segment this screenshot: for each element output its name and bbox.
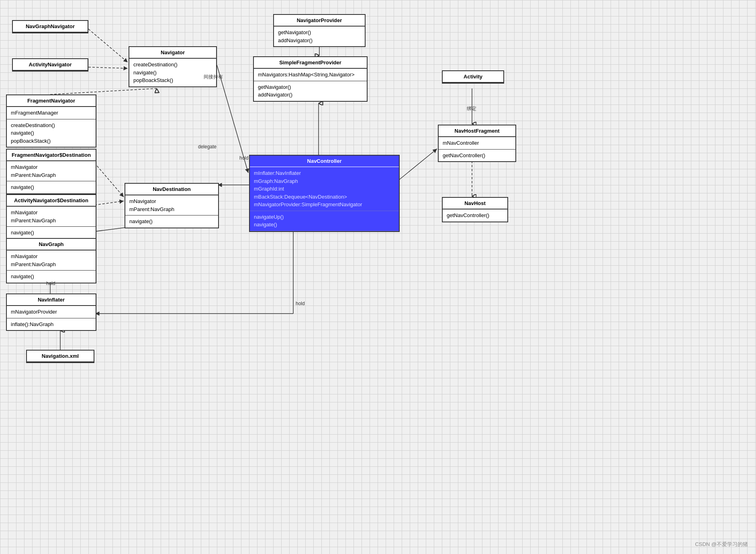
fragmentnavigator-fields: mFragmentManager [7, 107, 96, 119]
fragmentnavigator-destination-title: FragmentNavigator$Destination [7, 150, 96, 161]
navInflater-fields: mNavigatorProvider [7, 306, 96, 318]
activity-box: Activity [442, 70, 504, 84]
svg-line-3 [50, 88, 157, 94]
activitynavigator-destination-box: ActivityNavigator$Destination mNavigator… [6, 194, 96, 240]
navhostfragment-title: NavHostFragment [439, 125, 515, 137]
navhost-box: NavHost getNavController() [442, 197, 508, 222]
navigationxml-box: Navigation.xml [26, 350, 94, 363]
navInflater-title: NavInflater [7, 294, 96, 306]
navInflater-methods: inflate():NavGraph [7, 318, 96, 330]
activity-title: Activity [443, 71, 503, 83]
navcontroller-box: NavController mInflater:NavInflater mGra… [249, 155, 400, 232]
activitynavigator-box: ActivityNavigator [12, 58, 88, 72]
navgraphnavigator-box: NavGraphNavigator [12, 20, 88, 33]
activitynavigator-destination-title: ActivityNavigator$Destination [7, 195, 96, 207]
simplefragmentprovider-fields: mNavigators:HashMap<String,Navigator> [254, 69, 367, 81]
navhost-title: NavHost [443, 198, 507, 209]
navigatorprovider-title: NavigatorProvider [274, 15, 365, 27]
navigator-methods: createDestination()navigate()popBoackSta… [129, 59, 216, 86]
navgraphnavigator-title: NavGraphNavigator [13, 21, 88, 33]
navhost-methods: getNavController() [443, 209, 507, 222]
navgraph-fields: mNavigatormParent:NavGraph [7, 250, 96, 271]
navInflater-box: NavInflater mNavigatorProvider inflate()… [6, 293, 96, 331]
simplefragmentprovider-methods: getNavigator()addNavigator() [254, 81, 367, 101]
navgraph-title: NavGraph [7, 239, 96, 250]
navigatorprovider-methods: getNavigator()addNavigator() [274, 27, 365, 46]
navigator-box: Navigator createDestination()navigate()p… [129, 46, 217, 87]
fragmentnavigator-destination-fields: mNavigatormParent:NavGraph [7, 161, 96, 181]
activitynavigator-title: ActivityNavigator [13, 59, 88, 71]
fragmentnavigator-methods: createDestination()navigate()popBoackSta… [7, 119, 96, 147]
svg-line-16 [398, 149, 437, 181]
activitynavigator-destination-methods: navigate() [7, 227, 96, 239]
navdestination-title: NavDestination [125, 184, 218, 195]
hold-label-1: hold [239, 155, 249, 161]
navgraph-box: NavGraph mNavigatormParent:NavGraph navi… [6, 238, 96, 283]
navigatorprovider-box: NavigatorProvider getNavigator()addNavig… [273, 14, 366, 47]
navigationxml-title: Navigation.xml [27, 351, 94, 362]
navcontroller-methods: navigateUp()navigate() [250, 211, 399, 231]
svg-line-4 [94, 163, 124, 197]
jianjie-label: 间接持有 [204, 74, 223, 80]
navdestination-methods: navigate() [125, 215, 218, 228]
hold-label-2: hold [296, 301, 305, 306]
fragmentnavigator-title: FragmentNavigator [7, 95, 96, 107]
navhostfragment-box: NavHostFragment mNavController getNavCon… [438, 125, 516, 162]
navhostfragment-methods: getNavController() [439, 150, 515, 162]
watermark: CSDN @不爱学习的猪 [695, 541, 748, 548]
delegate-label: delegate [198, 144, 217, 150]
navhostfragment-fields: mNavController [439, 137, 515, 150]
navdestination-box: NavDestination mNavigatormParent:NavGrap… [125, 183, 219, 228]
fragmentnavigator-destination-methods: navigate() [7, 181, 96, 193]
fragmentnavigator-destination-box: FragmentNavigator$Destination mNavigator… [6, 149, 96, 194]
hold-label-3: hold [46, 281, 55, 286]
navcontroller-title: NavController [250, 156, 399, 167]
navdestination-fields: mNavigatormParent:NavGraph [125, 195, 218, 215]
fragmentnavigator-box: FragmentNavigator mFragmentManager creat… [6, 94, 96, 148]
bangding-label: 绑定 [467, 105, 476, 112]
navcontroller-fields: mInflater:NavInflater mGraph:NavGraph mG… [250, 167, 399, 211]
navigator-title: Navigator [129, 47, 216, 59]
svg-line-1 [88, 67, 128, 68]
svg-line-0 [88, 29, 128, 62]
activitynavigator-destination-fields: mNavigatormParent:NavGraph [7, 207, 96, 227]
simplefragmentprovider-title: SimpleFragmentProvider [254, 57, 367, 69]
simplefragmentprovider-box: SimpleFragmentProvider mNavigators:HashM… [253, 56, 368, 102]
svg-line-5 [94, 201, 124, 205]
